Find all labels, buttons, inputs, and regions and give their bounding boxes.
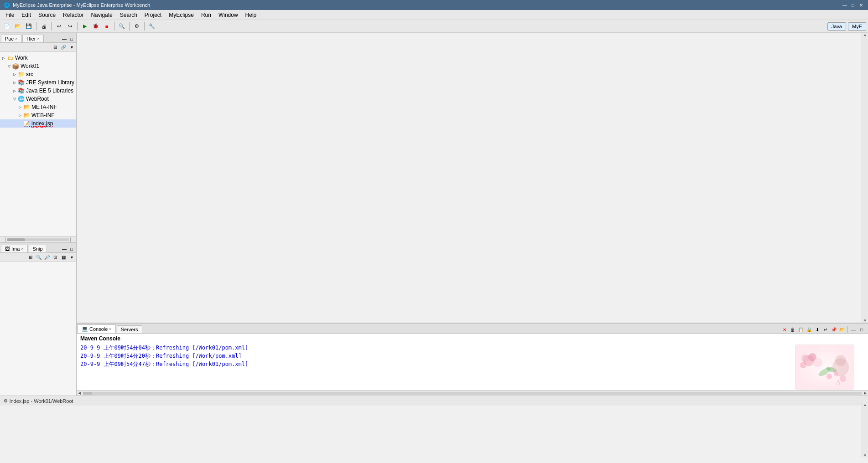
- left-side: Pac × Hier × — □ ⊟ 🔗 ▾: [0, 33, 77, 396]
- vscroll-up-button[interactable]: ▲: [863, 33, 867, 37]
- toolbar-print-button[interactable]: 🖨: [39, 21, 49, 31]
- menu-search[interactable]: Search: [116, 11, 141, 19]
- toolbar-debug-button[interactable]: 🐞: [91, 21, 101, 31]
- menu-source[interactable]: Source: [35, 11, 59, 19]
- image-zoomin-button[interactable]: 🔍: [35, 254, 42, 261]
- menu-refactor[interactable]: Refactor: [59, 11, 87, 19]
- console-open-button[interactable]: 📂: [838, 326, 846, 333]
- console-hscrollbar[interactable]: ◀ ▶: [77, 390, 868, 396]
- image-zoomout-button[interactable]: 🔎: [43, 254, 51, 261]
- console-clear-button[interactable]: 🗑: [789, 326, 796, 333]
- tree-item-src[interactable]: ▷ 📁 src: [0, 70, 76, 78]
- explorer-toolbar: ⊟ 🔗 ▾: [0, 43, 76, 52]
- menu-navigate[interactable]: Navigate: [87, 11, 116, 19]
- menu-help[interactable]: Help: [242, 11, 260, 19]
- toolbar-new-button[interactable]: 📄: [2, 21, 12, 31]
- tree-item-jee[interactable]: ▷ 📚 Java EE 5 Libraries: [0, 87, 76, 95]
- console-vscrollbar[interactable]: ▲ ▼: [862, 403, 868, 458]
- editor-vscrollbar[interactable]: ▲ ▼: [862, 33, 868, 323]
- tab-package-explorer[interactable]: Pac ×: [1, 35, 21, 42]
- image-minimize-button[interactable]: —: [61, 245, 68, 252]
- center-area: ▲ ▼ 💻 Console × Servers ✕ 🗑: [77, 33, 868, 396]
- image-tab-close[interactable]: ×: [21, 247, 23, 251]
- console-line-1: 20-9-9 上午09时54分04秒：Refreshing [/Work01/p…: [80, 344, 864, 352]
- toolbar-build-button[interactable]: ⚙: [132, 21, 142, 31]
- toolbar-external-tools-button[interactable]: 🔧: [147, 21, 157, 31]
- toolbar-open-button[interactable]: 📂: [13, 21, 23, 31]
- console-vscroll-up[interactable]: ▲: [863, 403, 867, 407]
- hscroll-thumb: [7, 238, 25, 241]
- work-arrow: ▷: [1, 55, 6, 61]
- image-menu-button[interactable]: ▾: [68, 254, 75, 261]
- decoration-svg: A: [795, 345, 854, 390]
- maximize-panel-button[interactable]: □: [68, 35, 75, 42]
- tree-item-metainf[interactable]: ▷ 📂 META-INF: [0, 103, 76, 111]
- tab-hierarchy[interactable]: Hier ×: [22, 35, 43, 42]
- java-perspective-button[interactable]: Java: [827, 22, 846, 31]
- image-orig-button[interactable]: ⊡: [52, 254, 59, 261]
- image-fit-button[interactable]: ⊞: [27, 254, 34, 261]
- toolbar-run-button[interactable]: ▶: [80, 21, 90, 31]
- vscroll-down-button[interactable]: ▼: [863, 319, 867, 323]
- minimize-panel-button[interactable]: —: [61, 35, 68, 42]
- toolbar-undo-button[interactable]: ↩: [54, 21, 64, 31]
- console-scroll-lock-button[interactable]: 🔒: [806, 326, 813, 333]
- menu-edit[interactable]: Edit: [18, 11, 35, 19]
- toolbar-search-button[interactable]: 🔍: [117, 21, 127, 31]
- tab-console[interactable]: 💻 Console ×: [78, 324, 116, 333]
- tree-item-jre[interactable]: ▷ 📚 JRE System Library: [0, 78, 76, 87]
- scroll-right-arrow[interactable]: [70, 237, 71, 242]
- tree-item-work[interactable]: ▷ 🗂 Work: [0, 54, 76, 62]
- app-icon: 🌐: [4, 2, 10, 8]
- webinf-arrow: ▷: [17, 113, 23, 118]
- console-pin-button[interactable]: 📌: [830, 326, 837, 333]
- console-scroll-end-button[interactable]: ⬇: [814, 326, 821, 333]
- tree-item-work01[interactable]: ▽ 📦 Work01: [0, 62, 76, 70]
- myt-perspective-button[interactable]: MyE: [848, 22, 866, 31]
- hierarchy-tab-close[interactable]: ×: [37, 36, 39, 41]
- toolbar-sep-6: [144, 22, 145, 31]
- work01-label: Work01: [21, 63, 39, 69]
- image-select-button[interactable]: ▦: [60, 254, 67, 261]
- link-editor-button[interactable]: 🔗: [60, 44, 67, 51]
- explorer-hscrollbar[interactable]: [0, 236, 76, 242]
- console-scroll-left[interactable]: ◀: [77, 391, 82, 395]
- toolbar-redo-button[interactable]: ↪: [65, 21, 75, 31]
- console-tab-close[interactable]: ×: [109, 327, 111, 331]
- menu-project[interactable]: Project: [141, 11, 165, 19]
- package-explorer-tab-close[interactable]: ×: [15, 36, 17, 41]
- maximize-button[interactable]: □: [850, 2, 856, 8]
- console-scroll-right[interactable]: ▶: [863, 391, 868, 395]
- console-maximize-button[interactable]: □: [858, 326, 865, 333]
- image-tab-icon: 🖼: [5, 246, 10, 252]
- tab-servers[interactable]: Servers: [117, 325, 142, 333]
- console-minimize-button[interactable]: —: [850, 326, 857, 333]
- collapse-all-button[interactable]: ⊟: [52, 44, 59, 51]
- menu-run[interactable]: Run: [198, 11, 215, 19]
- toolbar-sep-2: [51, 22, 52, 31]
- toolbar-stop-button[interactable]: ■: [102, 21, 112, 31]
- toolbar-sep-4: [114, 22, 114, 31]
- menu-file[interactable]: File: [2, 11, 18, 19]
- console-decoration-area: A: [795, 345, 854, 390]
- scroll-left-arrow[interactable]: [5, 237, 6, 242]
- console-terminate-button[interactable]: ✕: [781, 326, 788, 333]
- close-button[interactable]: ✕: [858, 2, 864, 8]
- toolbar-right: Java MyE: [827, 22, 866, 31]
- console-copy-button[interactable]: 📋: [797, 326, 805, 333]
- view-menu-button[interactable]: ▾: [68, 44, 75, 51]
- console-title: Maven Console: [80, 335, 864, 342]
- toolbar-sep-1: [36, 22, 36, 31]
- console-word-wrap-button[interactable]: ↵: [822, 326, 829, 333]
- toolbar-save-button[interactable]: 💾: [24, 21, 34, 31]
- tree-item-webinf[interactable]: ▷ 📂 WEB-INF: [0, 111, 76, 119]
- minimize-button[interactable]: —: [842, 2, 848, 8]
- menu-window[interactable]: Window: [215, 11, 242, 19]
- package-explorer-panel: Pac × Hier × — □ ⊟ 🔗 ▾: [0, 33, 76, 242]
- menu-myeclipse[interactable]: MyEclipse: [165, 11, 198, 19]
- tab-snip[interactable]: Snip: [29, 245, 47, 252]
- tree-item-webroot[interactable]: ▽ 🌐 WebRoot: [0, 95, 76, 103]
- image-maximize-button[interactable]: □: [68, 245, 75, 252]
- console-vscroll-down[interactable]: ▼: [863, 453, 867, 458]
- tab-image[interactable]: 🖼 Ima ×: [1, 245, 28, 252]
